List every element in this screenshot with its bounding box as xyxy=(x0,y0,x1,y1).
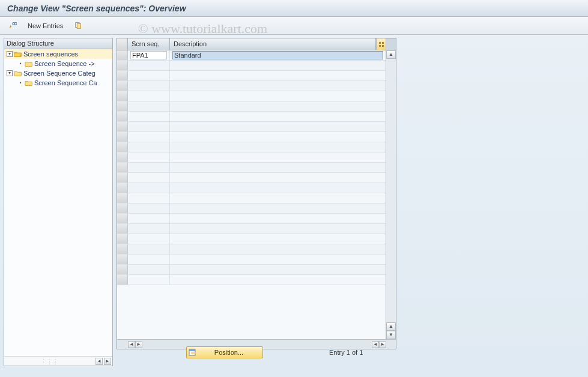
cell-scrn-seq[interactable] xyxy=(128,234,170,244)
table-row[interactable] xyxy=(117,163,386,173)
toggle-display-change-button[interactable] xyxy=(6,20,19,32)
table-row[interactable] xyxy=(117,112,386,122)
cell-description[interactable]: Standard xyxy=(170,50,386,60)
cell-description[interactable] xyxy=(170,91,386,101)
cell-scrn-seq[interactable] xyxy=(128,112,170,121)
cell-description[interactable] xyxy=(170,193,386,203)
table-row[interactable] xyxy=(117,265,386,275)
expander-icon[interactable]: ▾ xyxy=(7,51,13,57)
row-select-handle[interactable] xyxy=(117,112,128,121)
table-row[interactable] xyxy=(117,142,386,152)
table-row[interactable] xyxy=(117,193,386,204)
table-row[interactable] xyxy=(117,224,386,234)
cell-description[interactable] xyxy=(170,152,386,162)
row-select-handle[interactable] xyxy=(117,152,128,162)
description-input[interactable]: Standard xyxy=(172,51,383,59)
table-row[interactable] xyxy=(117,81,386,91)
row-select-handle[interactable] xyxy=(117,234,128,244)
column-header-scrn-seq[interactable]: Scrn seq. xyxy=(128,38,170,50)
table-row[interactable] xyxy=(117,204,386,214)
cell-description[interactable] xyxy=(170,224,386,234)
cell-scrn-seq[interactable] xyxy=(128,122,170,131)
cell-description[interactable] xyxy=(170,132,386,142)
row-select-handle[interactable] xyxy=(117,173,128,182)
table-row[interactable] xyxy=(117,122,386,132)
cell-description[interactable] xyxy=(170,71,386,80)
cell-description[interactable] xyxy=(170,173,386,182)
expander-icon[interactable]: ▾ xyxy=(7,70,13,76)
table-row[interactable] xyxy=(117,244,386,255)
scroll-track[interactable] xyxy=(386,59,396,322)
select-all-handle[interactable] xyxy=(117,38,128,50)
cell-scrn-seq[interactable] xyxy=(128,101,170,111)
row-select-handle[interactable] xyxy=(117,214,128,223)
tree-node-screen-sequences[interactable]: ▾ Screen sequences xyxy=(4,49,112,59)
column-header-description[interactable]: Description xyxy=(170,38,376,50)
table-row[interactable] xyxy=(117,91,386,101)
cell-description[interactable] xyxy=(170,61,386,70)
cell-description[interactable] xyxy=(170,122,386,131)
scroll-up-icon[interactable]: ▲ xyxy=(386,50,396,59)
row-select-handle[interactable] xyxy=(117,244,128,254)
cell-description[interactable] xyxy=(170,101,386,111)
cell-description[interactable] xyxy=(170,214,386,223)
row-select-handle[interactable] xyxy=(117,204,128,213)
table-row[interactable]: FPA1Standard xyxy=(117,50,386,61)
row-select-handle[interactable] xyxy=(117,255,128,264)
table-settings-button[interactable] xyxy=(376,38,386,50)
cell-description[interactable] xyxy=(170,244,386,254)
row-select-handle[interactable] xyxy=(117,122,128,131)
cell-description[interactable] xyxy=(170,255,386,264)
table-row[interactable] xyxy=(117,61,386,71)
scroll-left-icon[interactable]: ◄ xyxy=(95,358,103,365)
table-row[interactable] xyxy=(117,71,386,81)
row-select-handle[interactable] xyxy=(117,183,128,193)
cell-description[interactable] xyxy=(170,142,386,152)
row-select-handle[interactable] xyxy=(117,71,128,80)
cell-description[interactable] xyxy=(170,204,386,213)
cell-description[interactable] xyxy=(170,265,386,274)
row-select-handle[interactable] xyxy=(117,132,128,142)
row-select-handle[interactable] xyxy=(117,275,128,285)
tree-node-screen-sequence-categ[interactable]: ▾ Screen Sequence Categ xyxy=(4,68,112,78)
cell-scrn-seq[interactable] xyxy=(128,163,170,172)
table-row[interactable] xyxy=(117,255,386,265)
new-entries-button[interactable]: New Entries xyxy=(25,20,65,32)
scrn-seq-input[interactable]: FPA1 xyxy=(130,51,167,59)
cell-description[interactable] xyxy=(170,81,386,91)
scroll-right-icon[interactable]: ► xyxy=(104,358,111,365)
row-select-handle[interactable] xyxy=(117,265,128,274)
table-row[interactable] xyxy=(117,234,386,244)
row-select-handle[interactable] xyxy=(117,50,128,60)
table-row[interactable] xyxy=(117,101,386,112)
table-row[interactable] xyxy=(117,132,386,142)
cell-scrn-seq[interactable] xyxy=(128,224,170,234)
cell-scrn-seq[interactable] xyxy=(128,142,170,152)
cell-scrn-seq[interactable] xyxy=(128,152,170,162)
cell-scrn-seq[interactable] xyxy=(128,173,170,182)
cell-scrn-seq[interactable] xyxy=(128,81,170,91)
cell-scrn-seq[interactable] xyxy=(128,91,170,101)
dialog-structure-tree[interactable]: ▾ Screen sequences • Screen Sequence -> … xyxy=(4,49,112,356)
row-select-handle[interactable] xyxy=(117,81,128,91)
vertical-scrollbar[interactable]: ▲ ▲ ▼ xyxy=(386,38,396,339)
cell-description[interactable] xyxy=(170,183,386,193)
cell-scrn-seq[interactable] xyxy=(128,61,170,70)
cell-scrn-seq[interactable] xyxy=(128,255,170,264)
row-select-handle[interactable] xyxy=(117,193,128,203)
cell-scrn-seq[interactable]: FPA1 xyxy=(128,50,170,60)
cell-scrn-seq[interactable] xyxy=(128,244,170,254)
row-select-handle[interactable] xyxy=(117,101,128,111)
table-row[interactable] xyxy=(117,152,386,163)
cell-scrn-seq[interactable] xyxy=(128,193,170,203)
cell-scrn-seq[interactable] xyxy=(128,275,170,285)
table-row[interactable] xyxy=(117,183,386,193)
row-select-handle[interactable] xyxy=(117,142,128,152)
cell-scrn-seq[interactable] xyxy=(128,204,170,213)
cell-scrn-seq[interactable] xyxy=(128,183,170,193)
cell-description[interactable] xyxy=(170,163,386,172)
table-row[interactable] xyxy=(117,275,386,285)
cell-scrn-seq[interactable] xyxy=(128,132,170,142)
row-select-handle[interactable] xyxy=(117,163,128,172)
cell-scrn-seq[interactable] xyxy=(128,265,170,274)
